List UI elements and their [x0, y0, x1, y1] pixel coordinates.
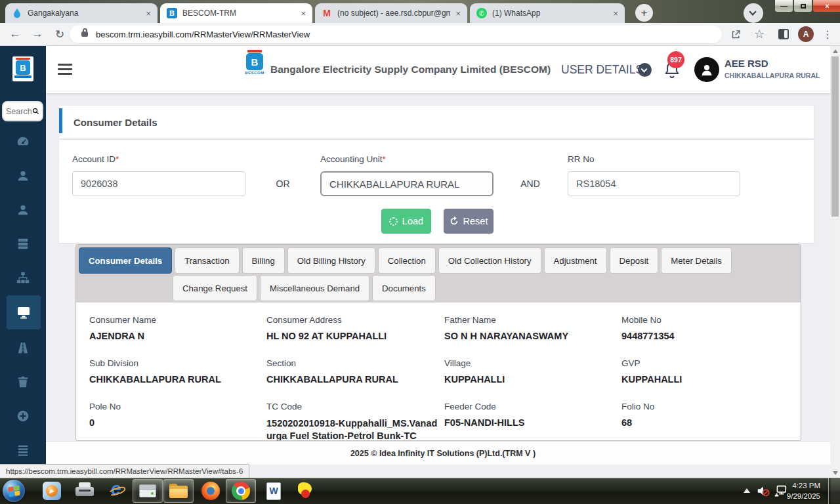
tab-close-icon[interactable]: ×: [301, 9, 306, 18]
taskbar-firefox[interactable]: [196, 479, 226, 503]
browser-profile-avatar[interactable]: A: [798, 26, 814, 42]
browser-tab-gangakalyana[interactable]: Gangakalyana ×: [5, 3, 158, 23]
side-panel-icon[interactable]: [778, 29, 789, 39]
clock-date: 9/29/2025: [780, 491, 820, 501]
bookmark-star-icon[interactable]: ☆: [751, 23, 768, 45]
tab-close-icon[interactable]: ×: [613, 9, 618, 18]
browser-tab-bescom-trm[interactable]: B BESCOM-TRM ×: [160, 3, 312, 23]
window-close-button[interactable]: ×: [812, 0, 840, 12]
status-bar-link-preview: https://bescom.trm.ieasybill.com/RRMaste…: [0, 464, 249, 478]
person-icon: [699, 62, 715, 77]
taskbar-clock[interactable]: 4:23 PM 9/29/2025: [780, 480, 820, 503]
accounting-unit-label: Accounting Unit*: [320, 154, 386, 164]
tab-meter-details[interactable]: Meter Details: [661, 247, 732, 274]
account-id-input[interactable]: [72, 171, 245, 196]
taskbar-scanner-app[interactable]: [133, 479, 163, 503]
sidebar-item-rr-master-active[interactable]: [7, 295, 41, 329]
tab-old-billing-history[interactable]: Old Billing History: [287, 247, 375, 274]
hamburger-menu-icon[interactable]: [58, 64, 72, 75]
accounting-unit-input[interactable]: [320, 171, 494, 196]
detail-pole-no: Pole No0: [89, 402, 259, 428]
url-text[interactable]: bescom.trm.ieasybill.com/RRMasterView/RR…: [96, 26, 310, 43]
lock-icon[interactable]: [81, 32, 88, 37]
word-icon: W: [266, 482, 281, 500]
show-desktop-button[interactable]: [828, 478, 840, 504]
tab-title: (no subject) - aee.rsd.cbpur@gm: [337, 9, 450, 18]
tab-documents[interactable]: Documents: [372, 275, 436, 301]
window-minimize-button[interactable]: —: [774, 0, 793, 12]
taskbar-internet-explorer[interactable]: e: [102, 479, 133, 503]
tab-transaction[interactable]: Transaction: [175, 247, 239, 274]
tab-row-1: Consumer Details Transaction Billing Old…: [79, 247, 732, 274]
taskbar-fax-device[interactable]: [70, 479, 100, 503]
app-header: B BESCOM Bangalore Electricity Supply Co…: [46, 46, 840, 93]
bescom-favicon: B: [167, 8, 177, 18]
forward-icon[interactable]: →: [29, 23, 46, 45]
sidebar-item-list[interactable]: [0, 436, 46, 465]
load-button[interactable]: Load: [381, 209, 431, 234]
tab-close-icon[interactable]: ×: [455, 9, 461, 18]
back-icon[interactable]: ←: [7, 23, 24, 45]
logo-letter: B: [16, 60, 30, 75]
firefox-icon: [201, 482, 220, 500]
refresh-icon[interactable]: ↻: [51, 23, 68, 45]
notification-count-badge: 897: [667, 51, 684, 68]
sidebar-item-add[interactable]: [0, 402, 46, 430]
taskbar-nudi[interactable]: [290, 479, 320, 503]
tab-miscellaneous-demand[interactable]: Miscellaneous Demand: [260, 275, 369, 301]
tab-old-collection-history[interactable]: Old Collection History: [438, 247, 541, 274]
tab-close-icon[interactable]: ×: [146, 9, 151, 18]
sidebar-item-delete[interactable]: [0, 368, 46, 396]
reset-button[interactable]: Reset: [444, 209, 494, 234]
sidebar-item-hierarchy[interactable]: [0, 263, 46, 292]
share-icon[interactable]: [727, 23, 744, 45]
taskbar-file-explorer[interactable]: [163, 479, 194, 503]
url-omnibox[interactable]: bescom.trm.ieasybill.com/RRMasterView/RR…: [70, 26, 722, 43]
sidebar-item-users[interactable]: [0, 196, 46, 224]
window-restore-button[interactable]: [793, 0, 812, 12]
taskbar-media-player[interactable]: ▶: [37, 479, 67, 503]
tab-collection[interactable]: Collection: [378, 247, 436, 274]
user-icon: [16, 169, 30, 183]
new-tab-button[interactable]: +: [635, 4, 653, 22]
browser-tab-whatsapp[interactable]: ✆ (1) WhatsApp ×: [470, 3, 625, 23]
scrollbar-up-arrow[interactable]: [830, 46, 840, 56]
plus-circle-icon: [16, 409, 30, 423]
tab-billing[interactable]: Billing: [242, 247, 285, 274]
user-details-dropdown-label[interactable]: USER DETAILS: [561, 46, 643, 93]
show-hidden-icons-button[interactable]: [744, 488, 750, 493]
detail-section: SectionCHIKKABALLAPURA RURAL: [266, 358, 436, 385]
taskbar-chrome[interactable]: [226, 479, 256, 503]
detail-father-name: Father NameSO N H NARAYANASWAMY: [444, 315, 614, 341]
sidebar-item-server[interactable]: [0, 229, 46, 258]
tab-change-request[interactable]: Change Request: [173, 275, 257, 301]
sidebar-item-dashboard[interactable]: [0, 127, 46, 156]
page-scrollbar[interactable]: [830, 46, 840, 478]
user-details-chevron-button[interactable]: [638, 63, 652, 77]
search-input[interactable]: [6, 107, 32, 116]
scrollbar-down-arrow[interactable]: [830, 468, 840, 478]
volume-muted-icon[interactable]: [756, 484, 770, 498]
rr-no-input[interactable]: [568, 171, 740, 196]
sidebar-bescom-logo: B: [12, 56, 33, 81]
user-avatar[interactable]: [694, 57, 719, 82]
and-label: AND: [511, 178, 550, 189]
tab-adjustment[interactable]: Adjustment: [544, 247, 607, 274]
sidebar-item-consumer[interactable]: [0, 161, 46, 190]
taskbar-word[interactable]: W: [259, 479, 289, 503]
internet-explorer-icon: e: [108, 481, 127, 501]
scrollbar-thumb[interactable]: [831, 56, 839, 217]
detail-mobile-no: Mobile No9448771354: [621, 315, 791, 341]
browser-tab-gmail[interactable]: M (no subject) - aee.rsd.cbpur@gm ×: [315, 3, 467, 23]
required-mark: *: [383, 154, 386, 164]
sidebar-item-road[interactable]: [0, 333, 46, 362]
app-footer: 2025 © Idea Infinity IT Solutions (P)Ltd…: [46, 441, 840, 465]
logo-red-band: [247, 50, 262, 52]
browser-menu-icon[interactable]: ⋮: [819, 23, 836, 45]
start-button[interactable]: [3, 480, 25, 502]
sidebar-search-box[interactable]: [2, 101, 43, 121]
chrome-icon: [232, 482, 250, 500]
tab-search-chevron-button[interactable]: [744, 3, 763, 23]
tab-consumer-details[interactable]: Consumer Details: [79, 247, 172, 274]
tab-deposit[interactable]: Deposit: [610, 247, 659, 274]
